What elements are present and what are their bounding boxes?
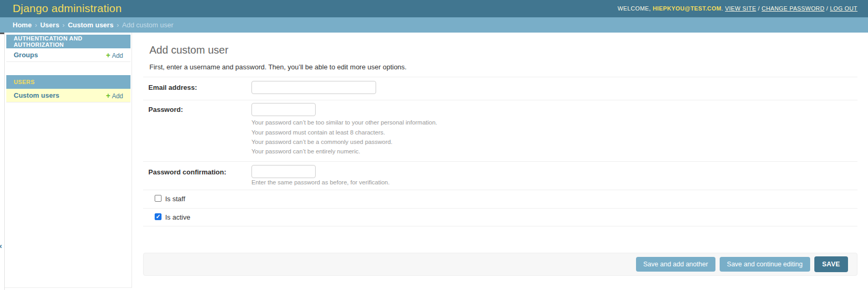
- password-confirmation-field[interactable]: [251, 165, 316, 178]
- is-staff-label[interactable]: Is staff: [165, 195, 185, 203]
- user-tools-separator: /: [826, 5, 828, 12]
- user-tools: WELCOME, HIEPKYOU@TEST.COM. VIEW SITE / …: [618, 5, 857, 12]
- breadcrumb-separator: ›: [63, 21, 65, 29]
- password-help-1: Your password can’t be too similar to yo…: [251, 119, 437, 126]
- site-branding-link[interactable]: Django administration: [13, 2, 122, 15]
- divider: [143, 208, 857, 209]
- password-confirmation-help: Enter the same password as before, for v…: [251, 179, 390, 185]
- password-help-2: Your password must contain at least 8 ch…: [251, 129, 385, 136]
- breadcrumb-home[interactable]: Home: [13, 21, 32, 29]
- sidebar-module-users: USERS Custom users +Add: [6, 75, 130, 102]
- custom-users-add-link[interactable]: +Add: [106, 91, 123, 100]
- divider: [143, 77, 857, 77]
- save-and-add-another-button[interactable]: Save and add another: [636, 257, 715, 272]
- divider: [143, 226, 857, 226]
- change-password-link[interactable]: CHANGE PASSWORD: [762, 5, 824, 12]
- password-confirmation-label: Password confirmation:: [148, 168, 226, 176]
- save-and-continue-editing-button[interactable]: Save and continue editing: [720, 257, 810, 272]
- is-active-label[interactable]: Is active: [165, 213, 190, 221]
- breadcrumb-users[interactable]: Users: [40, 21, 59, 29]
- sidebar-item-groups[interactable]: Groups +Add: [6, 48, 130, 62]
- password-help-3: Your password can’t be a commonly used p…: [251, 139, 392, 145]
- divider: [143, 190, 857, 190]
- welcome-text: WELCOME,: [618, 5, 651, 12]
- breadcrumb-separator: ›: [35, 21, 37, 29]
- groups-link[interactable]: Groups: [14, 51, 38, 59]
- breadcrumb-custom-users[interactable]: Custom users: [68, 21, 114, 29]
- sidebar-item-custom-users[interactable]: Custom users +Add: [6, 89, 130, 102]
- form-intro-text: First, enter a username and password. Th…: [149, 63, 407, 71]
- django-admin-page: Django administration WELCOME, HIEPKYOU@…: [0, 0, 868, 290]
- breadcrumb: Home › Users › Custom users › Add custom…: [0, 17, 868, 33]
- submit-row: Save and add another Save and continue e…: [143, 253, 857, 276]
- sidebar-section-auth-title[interactable]: AUTHENTICATION AND AUTHORIZATION: [6, 35, 130, 48]
- current-username: HIEPKYOU@TEST.COM: [653, 5, 722, 12]
- page-title: Add custom user: [149, 44, 228, 56]
- view-site-link[interactable]: VIEW SITE: [725, 5, 756, 12]
- sidebar-collapse-icon[interactable]: ‹: [0, 241, 5, 251]
- breadcrumb-current-page: Add custom user: [122, 21, 174, 29]
- is-staff-checkbox[interactable]: [155, 195, 162, 202]
- app-header: Django administration WELCOME, HIEPKYOU@…: [0, 0, 868, 17]
- email-label: Email address:: [148, 84, 197, 91]
- email-field[interactable]: [251, 81, 376, 94]
- breadcrumb-separator: ›: [117, 21, 119, 29]
- password-label: Password:: [148, 106, 183, 113]
- save-button[interactable]: SAVE: [814, 256, 848, 272]
- divider: [143, 161, 857, 162]
- welcome-period: .: [721, 5, 723, 12]
- plus-icon: +: [106, 51, 110, 59]
- custom-users-link[interactable]: Custom users: [14, 91, 59, 99]
- is-active-checkbox[interactable]: [155, 213, 162, 220]
- nav-sidebar: AUTHENTICATION AND AUTHORIZATION Groups …: [5, 33, 132, 288]
- groups-add-link[interactable]: +Add: [106, 51, 123, 59]
- strip-top-mark: [0, 33, 4, 34]
- sidebar-section-users-title[interactable]: USERS: [6, 75, 130, 89]
- content-area: Add custom user First, enter a username …: [143, 33, 857, 290]
- nav-sidebar-strip: ‹: [0, 33, 5, 290]
- divider: [143, 100, 857, 100]
- password-field[interactable]: [251, 103, 316, 116]
- user-tools-separator: /: [758, 5, 760, 12]
- log-out-link[interactable]: LOG OUT: [830, 5, 857, 12]
- sidebar-module-auth: AUTHENTICATION AND AUTHORIZATION Groups …: [6, 35, 130, 62]
- plus-icon: +: [106, 91, 110, 100]
- password-help-4: Your password can’t be entirely numeric.: [251, 148, 360, 154]
